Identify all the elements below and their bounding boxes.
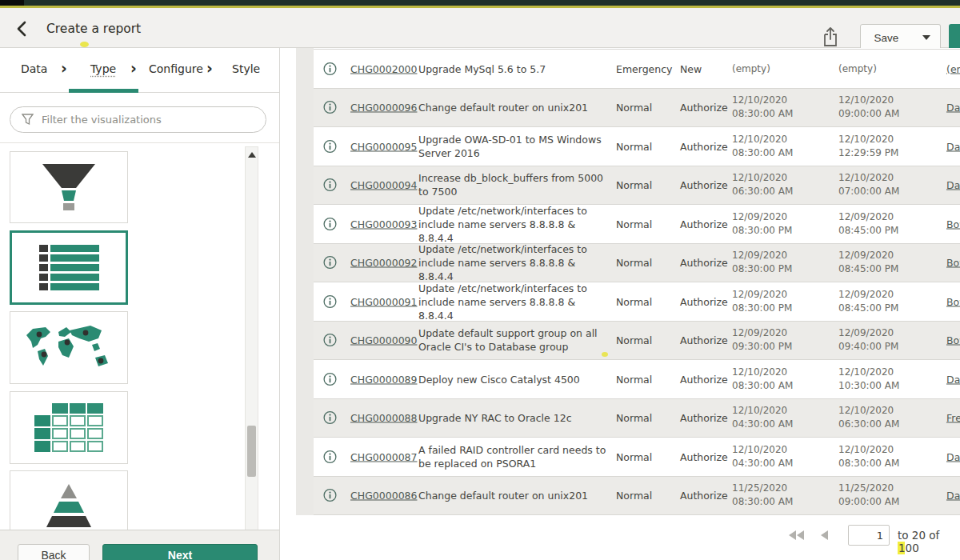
table-row: CHG0000088 Upgrade NY RAC to Oracle 12c … bbox=[314, 399, 960, 438]
chevron-right-icon: › bbox=[61, 59, 67, 77]
table-row: CHG0000086 Change default router on unix… bbox=[314, 477, 960, 516]
page-title: Create a report bbox=[46, 22, 141, 36]
change-number-link[interactable]: CHG0000092 bbox=[350, 257, 417, 269]
assigned-to-link[interactable]: Dav bbox=[946, 450, 960, 462]
scrollbar-thumb[interactable] bbox=[247, 426, 256, 477]
change-number-link[interactable]: CHG0000089 bbox=[350, 373, 417, 385]
assigned-to-link[interactable]: Dav bbox=[946, 140, 960, 152]
funnel-filter-icon bbox=[22, 114, 34, 126]
info-icon[interactable] bbox=[323, 334, 337, 347]
change-number-link[interactable]: CHG0000088 bbox=[350, 412, 417, 424]
info-icon[interactable] bbox=[323, 450, 337, 463]
info-icon[interactable] bbox=[323, 256, 337, 270]
top-strip-corner bbox=[0, 0, 24, 6]
info-icon[interactable] bbox=[323, 411, 337, 425]
info-icon[interactable] bbox=[323, 372, 337, 386]
change-number-link[interactable]: CHG0000093 bbox=[350, 218, 417, 230]
step-configure[interactable]: Configure bbox=[149, 62, 203, 75]
planned-start-cell: (empty) bbox=[732, 62, 833, 75]
viz-card-funnel[interactable] bbox=[10, 151, 128, 223]
highlight-dot bbox=[80, 42, 89, 47]
viz-scrollbar[interactable] bbox=[245, 146, 258, 560]
assigned-to-link[interactable]: (empty) bbox=[946, 62, 960, 74]
state-cell: Authorize bbox=[680, 334, 730, 346]
planned-start-cell: 12/09/2020 08:30:00 PM bbox=[732, 249, 833, 276]
state-cell: Authorize bbox=[680, 257, 730, 269]
change-number-link[interactable]: CHG0000087 bbox=[350, 450, 417, 462]
edge-accent-button[interactable] bbox=[949, 24, 960, 51]
assigned-to-link[interactable]: Bow bbox=[946, 218, 960, 230]
pagination-bar: to 20 of 100 bbox=[280, 518, 960, 554]
save-button[interactable]: Save bbox=[860, 24, 913, 51]
table-row: CHG0000094 Increase db_block_buffers fro… bbox=[314, 166, 960, 206]
back-button[interactable]: Back bbox=[18, 544, 90, 560]
info-icon[interactable] bbox=[323, 294, 337, 308]
info-icon[interactable] bbox=[323, 101, 337, 114]
previous-page-icon[interactable] bbox=[821, 528, 828, 543]
planned-start-cell: 12/09/2020 09:30:00 PM bbox=[732, 326, 833, 354]
first-page-icon[interactable] bbox=[789, 528, 804, 543]
state-cell: Authorize bbox=[680, 140, 730, 152]
state-cell: Authorize bbox=[680, 450, 730, 462]
visualization-filter bbox=[10, 106, 266, 133]
save-dropdown-button[interactable] bbox=[912, 24, 941, 51]
short-description: Update default support group on all Orac… bbox=[418, 326, 612, 354]
planned-start-cell: 12/09/2020 08:30:00 PM bbox=[732, 210, 833, 238]
scroll-up-icon[interactable] bbox=[248, 152, 256, 158]
info-icon[interactable] bbox=[323, 217, 337, 230]
viz-card-heatmap[interactable] bbox=[10, 391, 128, 464]
row-range-text: to 20 of 100 bbox=[898, 529, 960, 554]
chevron-right-icon: › bbox=[206, 59, 213, 77]
priority-cell: Normal bbox=[616, 490, 674, 502]
priority-cell: Normal bbox=[616, 218, 674, 230]
state-cell: Authorize bbox=[680, 179, 730, 191]
viz-card-list[interactable] bbox=[10, 230, 128, 305]
world-map-icon bbox=[22, 322, 116, 374]
change-number-link[interactable]: CHG0000091 bbox=[350, 295, 417, 307]
planned-start-cell: 12/10/2020 04:30:00 AM bbox=[732, 404, 833, 431]
state-cell: Authorize bbox=[680, 373, 730, 385]
change-number-link[interactable]: CHG0000094 bbox=[350, 179, 417, 191]
table-row: CHG0002000 Upgrade MySql 5.6 to 5.7 Emer… bbox=[314, 50, 960, 89]
step-type[interactable]: Type bbox=[90, 62, 116, 75]
planned-end-cell: 12/10/2020 09:00:00 AM bbox=[838, 94, 939, 121]
page-number-input[interactable] bbox=[848, 525, 890, 546]
total-count: 100 bbox=[898, 542, 919, 554]
next-button[interactable]: Next bbox=[102, 544, 258, 560]
info-icon[interactable] bbox=[323, 139, 337, 153]
info-icon[interactable] bbox=[323, 62, 337, 75]
priority-cell: Normal bbox=[616, 412, 674, 424]
short-description: Upgrade OWA-SD-01 to MS Windows Server 2… bbox=[418, 133, 612, 160]
change-number-link[interactable]: CHG0000090 bbox=[350, 334, 417, 346]
assigned-to-link[interactable]: Dav bbox=[946, 373, 960, 385]
priority-cell: Normal bbox=[616, 295, 674, 307]
assigned-to-link[interactable]: Bow bbox=[946, 295, 960, 307]
assigned-to-link[interactable]: Bow bbox=[946, 334, 960, 346]
planned-start-cell: 12/10/2020 08:30:00 AM bbox=[732, 366, 833, 393]
step-style[interactable]: Style bbox=[232, 62, 260, 75]
short-description: Upgrade MySql 5.6 to 5.7 bbox=[418, 62, 612, 75]
info-icon[interactable] bbox=[323, 178, 337, 192]
planned-start-cell: 11/25/2020 08:30:00 AM bbox=[732, 482, 833, 509]
share-icon[interactable] bbox=[821, 26, 840, 48]
back-chevron-icon[interactable] bbox=[13, 19, 32, 38]
table-left-gutter bbox=[296, 48, 314, 515]
filter-input[interactable] bbox=[42, 114, 242, 126]
assigned-to-link[interactable]: Dav bbox=[946, 490, 960, 502]
priority-cell: Normal bbox=[616, 140, 674, 152]
table-row: CHG0000091 Update /etc/network/interface… bbox=[314, 282, 960, 322]
state-cell: Authorize bbox=[680, 412, 730, 424]
short-description: Update /etc/network/interfaces to includ… bbox=[418, 203, 612, 244]
change-number-link[interactable]: CHG0000096 bbox=[350, 102, 417, 114]
active-step-underline bbox=[69, 89, 138, 93]
step-data[interactable]: Data bbox=[21, 62, 47, 75]
assigned-to-link[interactable]: Fred bbox=[946, 412, 960, 424]
assigned-to-link[interactable]: Dav bbox=[946, 179, 960, 191]
assigned-to-link[interactable]: Dav bbox=[946, 102, 960, 114]
change-number-link[interactable]: CHG0002000 bbox=[350, 62, 417, 74]
viz-card-map[interactable] bbox=[10, 311, 128, 384]
change-number-link[interactable]: CHG0000086 bbox=[350, 490, 417, 502]
info-icon[interactable] bbox=[323, 489, 337, 502]
change-number-link[interactable]: CHG0000095 bbox=[350, 140, 417, 152]
assigned-to-link[interactable]: Bow bbox=[946, 257, 960, 269]
